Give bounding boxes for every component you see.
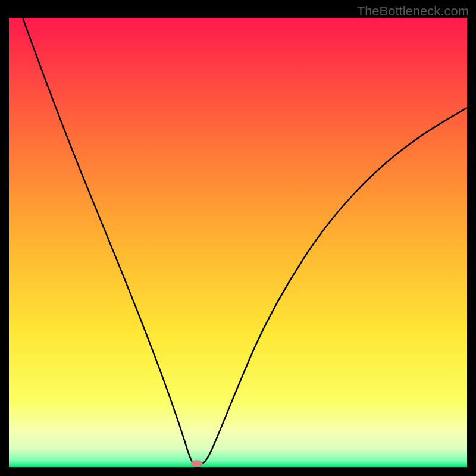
watermark-text: TheBottleneck.com xyxy=(357,4,469,19)
svg-rect-1 xyxy=(9,18,467,467)
bottleneck-chart xyxy=(0,0,476,476)
optimal-marker xyxy=(191,460,203,467)
chart-container: TheBottleneck.com xyxy=(0,0,476,476)
